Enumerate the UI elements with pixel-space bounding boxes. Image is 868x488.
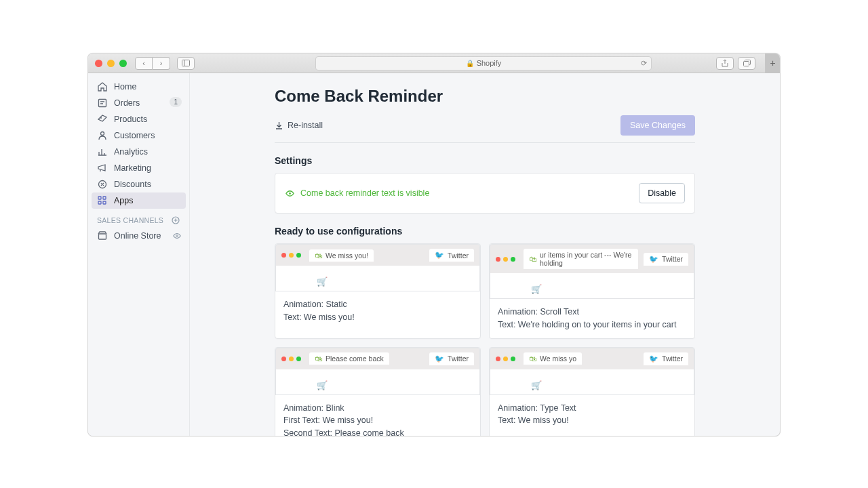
- sidebar-toggle-button[interactable]: [177, 57, 195, 70]
- twitter-icon: 🐦: [435, 354, 444, 363]
- svg-rect-0: [182, 60, 190, 66]
- forward-button[interactable]: ›: [153, 57, 170, 70]
- twitter-icon: 🐦: [649, 354, 658, 363]
- svg-point-8: [101, 183, 102, 184]
- sales-channels-header: SALES CHANNELS: [92, 209, 186, 228]
- config-grid: 🛍We miss you! 🐦Twitter 🛒 Animation: Stat…: [275, 243, 695, 436]
- sidebar-item-orders[interactable]: Orders 1: [92, 95, 186, 111]
- svg-rect-15: [99, 234, 106, 239]
- twitter-icon: 🐦: [435, 251, 444, 260]
- svg-rect-11: [103, 197, 106, 199]
- home-icon: [97, 81, 108, 92]
- marketing-icon: [97, 163, 108, 174]
- admin-sidebar: Home Orders 1 Products Customers Analyti…: [88, 73, 190, 436]
- reinstall-button[interactable]: Re-install: [275, 121, 323, 130]
- sidebar-item-label: Analytics: [114, 147, 148, 157]
- svg-rect-10: [98, 197, 101, 199]
- sidebar-item-label: Home: [114, 82, 136, 92]
- lock-icon: 🔒: [466, 60, 474, 67]
- config-line: Animation: Static: [283, 298, 472, 311]
- config-line: Text: We miss you!: [283, 311, 472, 324]
- shopify-icon: 🛍: [315, 251, 322, 260]
- sidebar-item-label: Products: [114, 115, 147, 124]
- config-line: Animation: Blink: [283, 402, 472, 415]
- sidebar-item-customers[interactable]: Customers: [92, 127, 186, 144]
- svg-rect-12: [98, 201, 101, 204]
- sidebar-item-label: Orders: [114, 98, 140, 108]
- sidebar-item-discounts[interactable]: Discounts: [92, 176, 186, 192]
- sidebar-item-online-store[interactable]: Online Store: [92, 228, 186, 244]
- svg-point-9: [103, 185, 104, 186]
- close-icon[interactable]: [95, 60, 102, 67]
- back-button[interactable]: ‹: [135, 57, 153, 70]
- settings-heading: Settings: [275, 155, 695, 166]
- tab-title: Please come back: [326, 354, 384, 363]
- shopify-icon: 🛍: [529, 354, 536, 363]
- download-icon: [275, 121, 283, 130]
- share-button[interactable]: [716, 57, 734, 70]
- url-text: Shopify: [477, 59, 502, 67]
- config-card-type[interactable]: 🛍We miss yo 🐦Twitter 🛒 Animation: Type T…: [489, 347, 695, 436]
- config-line: Text: We miss you!: [498, 414, 686, 427]
- save-changes-button[interactable]: Save Changes: [620, 115, 695, 136]
- twitter-icon: 🐦: [649, 255, 658, 264]
- sidebar-item-apps[interactable]: Apps: [92, 192, 186, 209]
- new-tab-button[interactable]: +: [765, 54, 780, 73]
- mini-chrome: 🛍ur items in your cart --- We're holding…: [490, 244, 694, 273]
- analytics-icon: [97, 146, 108, 157]
- visible-icon: [285, 188, 295, 199]
- mini-chrome: 🛍We miss you! 🐦Twitter: [275, 244, 480, 266]
- config-card-scroll[interactable]: 🛍ur items in your cart --- We're holding…: [489, 243, 695, 339]
- tab-title: We miss yo: [540, 354, 576, 363]
- cart-icon: 🛒: [531, 284, 542, 294]
- config-card-blink[interactable]: 🛍Please come back 🐦Twitter 🛒 Animation: …: [275, 347, 481, 436]
- config-line: Animation: Type Text: [498, 402, 686, 415]
- svg-point-6: [101, 132, 104, 136]
- config-line: Text: We're holding on to your items in …: [498, 319, 686, 331]
- products-icon: [97, 114, 108, 125]
- svg-point-16: [176, 235, 178, 237]
- apps-icon: [97, 195, 108, 206]
- sidebar-item-products[interactable]: Products: [92, 111, 186, 127]
- main-content: Come Back Reminder Re-install Save Chang…: [190, 73, 780, 436]
- tab-title: We miss you!: [326, 251, 368, 260]
- cart-icon: 🛒: [317, 380, 328, 390]
- sidebar-item-marketing[interactable]: Marketing: [92, 160, 186, 176]
- view-store-icon[interactable]: [172, 231, 182, 241]
- refresh-icon[interactable]: ⟳: [641, 59, 647, 68]
- svg-point-5: [100, 117, 102, 119]
- sidebar-item-label: Marketing: [114, 163, 151, 173]
- config-card-static[interactable]: 🛍We miss you! 🐦Twitter 🛒 Animation: Stat…: [275, 243, 481, 339]
- svg-rect-4: [99, 100, 106, 107]
- svg-rect-3: [743, 62, 749, 66]
- cart-icon: 🛒: [531, 380, 542, 390]
- add-channel-icon[interactable]: [171, 216, 180, 225]
- safari-window: ‹ › 🔒 Shopify ⟳ + Home: [87, 53, 781, 436]
- status-text: Come back reminder text is visible: [300, 188, 429, 198]
- maximize-icon[interactable]: [119, 60, 127, 67]
- orders-icon: [97, 98, 108, 108]
- config-line: First Text: We miss you!: [283, 414, 472, 427]
- customers-icon: [97, 130, 108, 141]
- mini-chrome: 🛍We miss yo 🐦Twitter: [490, 348, 694, 369]
- sidebar-item-label: Online Store: [114, 231, 161, 241]
- tabs-button[interactable]: [738, 57, 755, 70]
- mini-chrome: 🛍Please come back 🐦Twitter: [275, 348, 480, 369]
- sidebar-item-label: Apps: [114, 196, 134, 205]
- minimize-icon[interactable]: [107, 60, 115, 67]
- browser-toolbar: ‹ › 🔒 Shopify ⟳ +: [88, 54, 780, 73]
- shopify-icon: 🛍: [315, 354, 322, 363]
- svg-point-17: [289, 192, 291, 195]
- cart-icon: 🛒: [317, 277, 328, 287]
- store-icon: [97, 230, 108, 241]
- tab-title: ur items in your cart --- We're holding: [540, 251, 633, 267]
- config-line: Second Text: Please come back: [283, 427, 472, 436]
- sidebar-item-home[interactable]: Home: [92, 79, 186, 95]
- config-line: Animation: Scroll Text: [498, 306, 686, 319]
- svg-rect-13: [103, 201, 106, 204]
- disable-button[interactable]: Disable: [639, 183, 685, 203]
- window-controls: [95, 60, 127, 67]
- sidebar-item-analytics[interactable]: Analytics: [92, 144, 186, 160]
- address-bar[interactable]: 🔒 Shopify ⟳: [315, 56, 652, 70]
- page-title: Come Back Reminder: [275, 87, 695, 106]
